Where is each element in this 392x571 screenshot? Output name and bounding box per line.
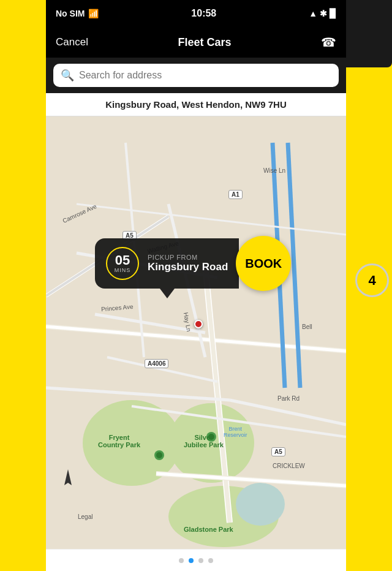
- nav-bar: Cancel Fleet Cars ☎: [46, 27, 346, 58]
- address-bar: Kingsbury Road, West Hendon, NW9 7HU: [46, 93, 346, 116]
- search-input-wrapper[interactable]: 🔍: [53, 64, 339, 87]
- wifi-icon: 📶: [88, 9, 99, 18]
- jubilee-park-label: SilverJubilee Park: [184, 434, 224, 448]
- brent-res-label: BrentReservoir: [224, 426, 247, 438]
- road-label-a1-1: A1: [228, 190, 243, 199]
- right-sidebar: 4: [346, 0, 392, 571]
- tooltip-tail: [160, 289, 175, 298]
- pickup-from-label: PICKUP FROM: [148, 254, 228, 261]
- mins-label: MINS: [115, 267, 131, 273]
- status-bar: No SIM 📶 10:58 ▲ ✱ ▉: [46, 0, 346, 27]
- location-pin: [194, 320, 203, 328]
- page-dots: [46, 549, 346, 571]
- road-label-a4006: A4006: [145, 359, 168, 368]
- dot-3[interactable]: [198, 558, 203, 563]
- carrier-label: No SIM: [56, 9, 85, 18]
- pickup-tooltip: 05 MINS PICKUP FROM Kingsbury Road BOOK: [95, 236, 294, 291]
- crickle-label: CRICKLEW: [273, 463, 305, 469]
- bluetooth-icon: ✱: [320, 9, 327, 18]
- dot-2[interactable]: [189, 558, 194, 563]
- map-svg: [46, 116, 346, 549]
- search-bar: 🔍: [46, 58, 346, 93]
- location-icon: ▲: [309, 9, 317, 18]
- battery-icon: ▉: [330, 9, 336, 18]
- mins-number: 05: [115, 254, 130, 267]
- dot-1[interactable]: [179, 558, 184, 563]
- search-input[interactable]: [79, 70, 331, 81]
- dot-4[interactable]: [208, 558, 213, 563]
- phone-icon[interactable]: ☎: [321, 35, 336, 50]
- cancel-button[interactable]: Cancel: [56, 36, 88, 48]
- svg-point-6: [236, 483, 285, 526]
- status-left: No SIM 📶: [56, 9, 99, 18]
- time-display: 10:58: [191, 8, 216, 19]
- search-icon: 🔍: [61, 69, 74, 82]
- status-right: ▲ ✱ ▉: [309, 9, 336, 18]
- wise-ln-label: Wise Ln: [263, 167, 285, 174]
- badge-number: 4: [355, 263, 389, 297]
- svg-marker-28: [64, 469, 72, 485]
- left-sidebar: [0, 0, 46, 571]
- right-panel-dark: [346, 0, 392, 67]
- svg-point-26: [156, 452, 162, 458]
- phone-frame: No SIM 📶 10:58 ▲ ✱ ▉ Cancel Fleet Cars ☎…: [46, 0, 346, 571]
- book-button[interactable]: BOOK: [236, 236, 291, 291]
- current-address: Kingsbury Road, West Hendon, NW9 7HU: [56, 99, 336, 110]
- gladstone-park-label: Gladstone Park: [184, 526, 233, 533]
- legal-label: Legal: [78, 513, 92, 520]
- tooltip-black: 05 MINS PICKUP FROM Kingsbury Road: [95, 238, 239, 289]
- bell-label: Bell: [302, 323, 312, 330]
- compass-icon: [59, 468, 77, 494]
- road-label-a5-2: A5: [271, 447, 285, 456]
- fryent-park-label: FryentCountry Park: [98, 434, 140, 448]
- pickup-info: PICKUP FROM Kingsbury Road: [148, 254, 228, 273]
- nav-title: Fleet Cars: [178, 36, 231, 49]
- pickup-road: Kingsbury Road: [148, 261, 228, 273]
- park-rd-label: Park Rd: [277, 395, 300, 402]
- map-area[interactable]: A1 A5 A1 A4006 A5 Wise Ln Camrose Ave Wa…: [46, 116, 346, 549]
- mins-circle: 05 MINS: [106, 247, 139, 280]
